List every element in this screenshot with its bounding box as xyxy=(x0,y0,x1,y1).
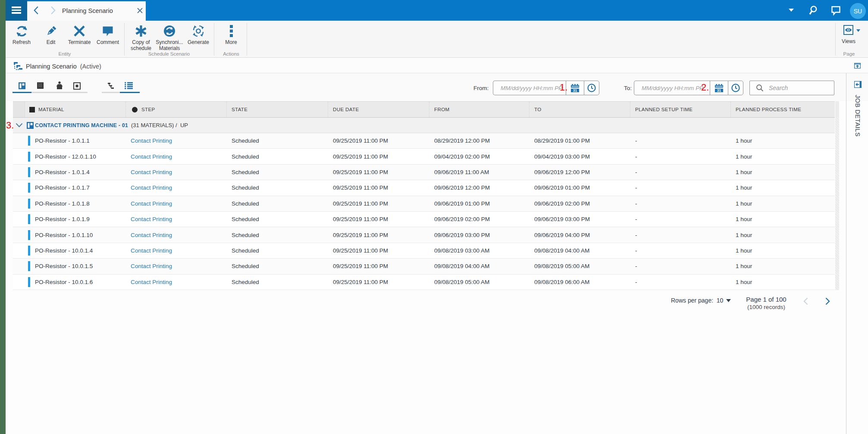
svg-text:31: 31 xyxy=(573,88,577,92)
svg-text:31: 31 xyxy=(717,88,721,92)
